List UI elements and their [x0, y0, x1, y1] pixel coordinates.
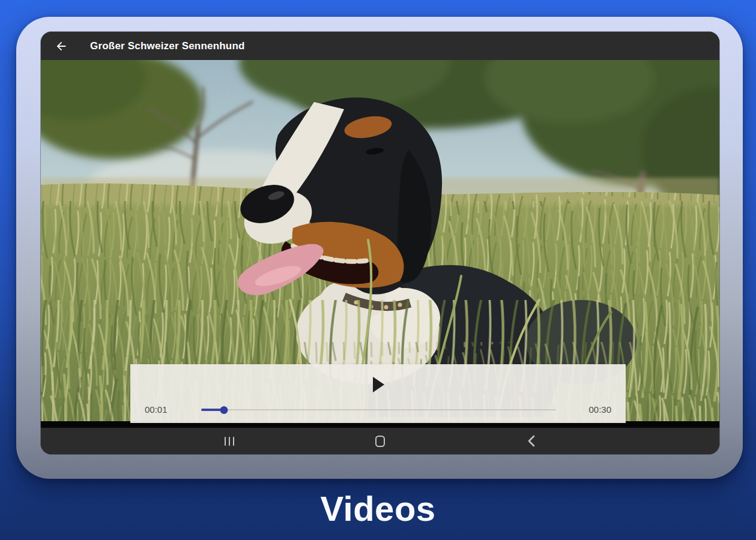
- android-nav-bar: [41, 428, 719, 454]
- nav-recents-button[interactable]: [222, 433, 237, 449]
- play-button[interactable]: [365, 373, 392, 397]
- player-controls: 00:01 00:30: [130, 364, 626, 423]
- seek-thumb[interactable]: [220, 406, 228, 414]
- tablet-frame: Großer Schweizer Sennenhund: [16, 17, 743, 479]
- app-bar: Großer Schweizer Sennenhund: [41, 32, 719, 60]
- recents-icon: [225, 437, 235, 446]
- nav-home-button[interactable]: [372, 433, 388, 449]
- current-time: 00:01: [145, 404, 171, 415]
- back-icon[interactable]: [54, 39, 68, 53]
- arrow-back-icon: [55, 40, 68, 53]
- promo-background: Großer Schweizer Sennenhund: [0, 0, 756, 540]
- app-bar-title: Großer Schweizer Sennenhund: [90, 40, 245, 52]
- page-title: Videos: [0, 488, 756, 529]
- play-icon: [371, 376, 386, 393]
- tablet-screen: Großer Schweizer Sennenhund: [41, 32, 719, 454]
- video-player[interactable]: 00:01 00:30: [41, 60, 719, 428]
- seek-slider[interactable]: [201, 406, 556, 414]
- back-chevron-icon: [527, 435, 535, 447]
- nav-back-button[interactable]: [523, 433, 539, 449]
- duration: 00:30: [585, 404, 611, 415]
- seek-track: [201, 409, 556, 411]
- home-icon: [375, 436, 385, 447]
